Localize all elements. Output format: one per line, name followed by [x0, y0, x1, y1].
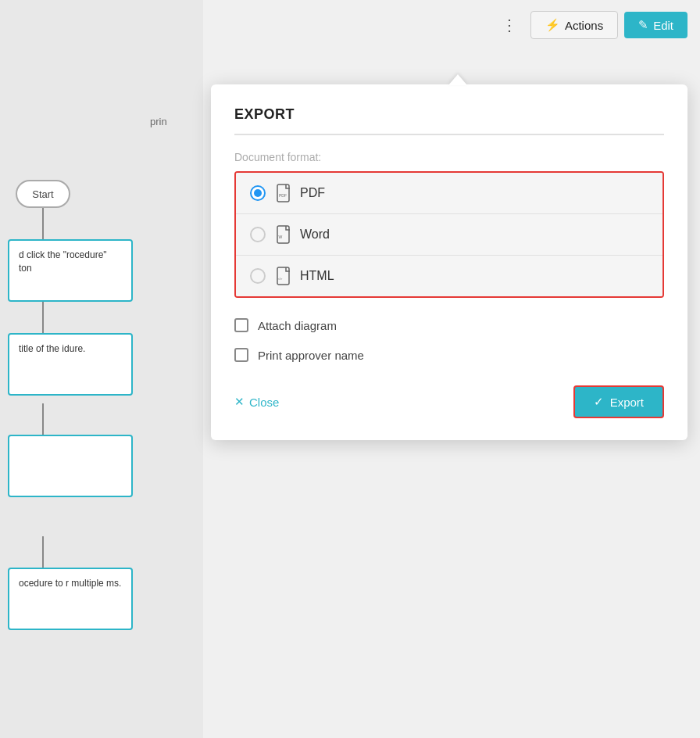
- html-label: </> HTML: [277, 267, 334, 285]
- svg-rect-4: [277, 267, 289, 285]
- format-option-pdf[interactable]: PDF PDF: [236, 173, 662, 214]
- print-approver-checkbox[interactable]: [234, 348, 248, 362]
- close-button[interactable]: ✕ Close: [234, 395, 279, 409]
- toolbar: ⋮ ⚡ Actions ✎ Edit: [483, 0, 700, 50]
- flow-diagram-background: Start d click the "rocedure" ton title o…: [0, 0, 203, 738]
- html-file-icon: </>: [277, 267, 292, 285]
- background-tab-text: prin: [150, 116, 167, 127]
- export-button[interactable]: ✓ Export: [573, 385, 664, 418]
- print-approver-label: Print approver name: [258, 349, 364, 362]
- pdf-radio[interactable]: [250, 185, 266, 201]
- flow-node-4: ocedure to r multiple ms.: [8, 568, 133, 630]
- attach-diagram-option[interactable]: Attach diagram: [234, 313, 664, 337]
- more-options-button[interactable]: ⋮: [495, 13, 524, 38]
- edit-label: Edit: [653, 19, 673, 32]
- print-approver-option[interactable]: Print approver name: [234, 343, 664, 367]
- html-radio[interactable]: [250, 268, 266, 284]
- export-label: Export: [610, 396, 644, 409]
- attach-diagram-checkbox[interactable]: [234, 318, 248, 332]
- flow-arrow-4: [42, 536, 44, 568]
- export-check-icon: ✓: [594, 395, 604, 409]
- edit-icon: ✎: [638, 18, 648, 32]
- svg-text:W: W: [279, 235, 283, 239]
- flow-arrow-2: [42, 302, 44, 333]
- svg-text:</>: </>: [278, 277, 283, 281]
- popup-footer: ✕ Close ✓ Export: [234, 385, 664, 418]
- format-radio-group: PDF PDF W Word: [234, 171, 664, 298]
- svg-text:PDF: PDF: [279, 193, 287, 198]
- export-popup: EXPORT Document format: PDF PDF: [211, 84, 688, 440]
- popup-caret: [448, 74, 467, 85]
- format-option-html[interactable]: </> HTML: [236, 256, 662, 296]
- flow-node-1: d click the "rocedure" ton: [8, 239, 133, 302]
- doc-format-label: Document format:: [234, 151, 664, 163]
- flow-node-2: title of the idure.: [8, 333, 133, 396]
- pdf-file-icon: PDF: [277, 184, 292, 202]
- word-radio[interactable]: [250, 227, 266, 242]
- more-dots-icon: ⋮: [502, 16, 518, 34]
- pdf-label: PDF PDF: [277, 184, 325, 202]
- actions-label: Actions: [565, 19, 603, 32]
- word-label: W Word: [277, 225, 330, 244]
- edit-button[interactable]: ✎ Edit: [624, 12, 688, 38]
- export-title: EXPORT: [234, 106, 664, 135]
- flow-start-node: Start: [16, 180, 70, 208]
- close-label: Close: [249, 396, 279, 409]
- flow-node-3: [8, 435, 133, 497]
- flow-arrow-3: [42, 403, 44, 435]
- attach-diagram-label: Attach diagram: [258, 319, 337, 332]
- format-option-word[interactable]: W Word: [236, 214, 662, 256]
- flow-arrow-1: [42, 208, 44, 239]
- actions-button[interactable]: ⚡ Actions: [530, 11, 618, 39]
- word-file-icon: W: [277, 225, 292, 244]
- actions-icon: ⚡: [545, 18, 560, 32]
- close-icon: ✕: [234, 395, 245, 409]
